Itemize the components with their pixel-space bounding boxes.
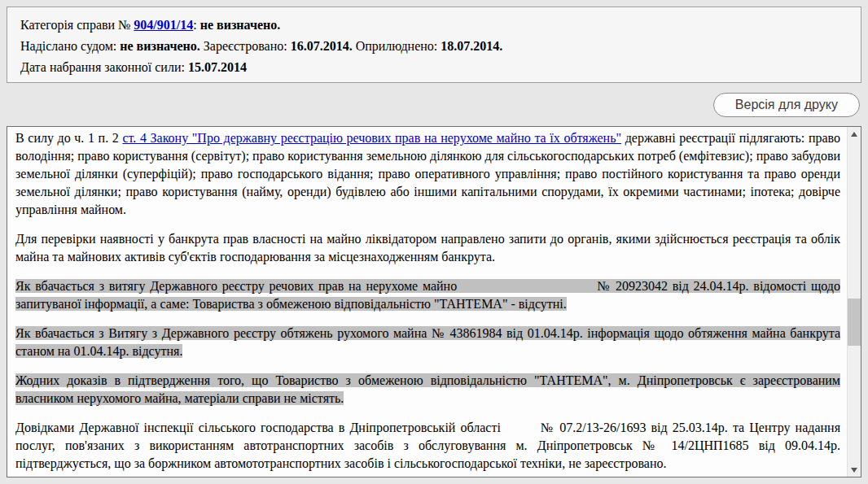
document-paragraph: Як вбачається з Витягу з Державного реєс… [15,325,840,360]
document-paragraph: Як вбачається з витягу Державного реєстр… [15,277,840,313]
paragraph-text: Для перевірки наявності у банкрута прав … [15,232,840,264]
scrollbar-track[interactable] [848,141,861,463]
scrollbar-thumb[interactable] [848,299,861,346]
text-segment: Як вбачається з Витягу з Державного реєс… [15,326,840,358]
document-paragraph: Довідками Державної інспекції сільського… [15,419,840,473]
case-header-box: Категорія справи № 904/901/14: не визнач… [7,7,861,83]
case-dates-line: Надіслано судом: не визначено. Зареєстро… [20,36,848,57]
text-segment: Надіслано судом: [20,39,120,53]
case-legal-force-line: Дата набрання законної сили: 15.07.2014 [20,57,848,78]
text-segment: 15.07.2014 [188,60,247,74]
text-segment: Довідками Державної інспекції сільського… [15,421,840,470]
text-segment: В силу до ч. 1 п. 2 [15,131,122,145]
statute-link[interactable]: ст. 4 Закону "Про державну реєстрацію ре… [122,131,621,145]
case-number-link[interactable]: 904/901/14 [134,18,193,32]
text-segment: 18.07.2014. [441,39,502,53]
text-segment: : [193,18,199,32]
document-paragraph: Жодних доказів в підтвердження того, що … [15,372,840,408]
text-segment: Для перевірки наявності у банкрута прав … [15,232,840,264]
print-version-button[interactable]: Версія для друку [713,93,860,117]
highlighted-text: Як вбачається з Витягу з Державного реєс… [15,326,840,358]
highlighted-text: Жодних доказів в підтвердження того, що … [15,373,840,405]
text-segment: не визначено. [120,39,200,53]
document-paragraph: В силу до ч. 1 п. 2 ст. 4 Закону "Про де… [15,129,840,219]
text-segment: Оприлюднено: [353,39,441,53]
paragraph-text: Довідками Державної інспекції сільського… [15,421,840,470]
document-body: В силу до ч. 1 п. 2 ст. 4 Закону "Про де… [7,127,847,477]
toolbar: Версія для друку [713,93,860,120]
text-segment: 16.07.2014. [291,39,353,53]
text-segment: не визначено. [200,18,281,32]
text-segment: Категорія справи № [20,18,134,32]
scroll-down-button[interactable] [848,463,861,477]
text-segment: Як вбачається з витягу Державного реєстр… [15,279,840,311]
triangle-down-icon [851,468,857,473]
text-segment: Дата набрання законної сили: [20,60,188,74]
vertical-scrollbar[interactable] [847,127,861,477]
case-category-line: Категорія справи № 904/901/14: не визнач… [20,15,848,36]
text-segment: Жодних доказів в підтвердження того, що … [15,373,840,405]
text-segment: Зареєстровано: [200,39,291,53]
triangle-up-icon [851,132,857,137]
document-paragraph: Для перевірки наявності у банкрута прав … [15,230,840,266]
document-viewer: В силу до ч. 1 п. 2 ст. 4 Закону "Про де… [7,126,861,477]
paragraph-text: В силу до ч. 1 п. 2 ст. 4 Закону "Про де… [15,131,840,216]
highlighted-text: Як вбачається з витягу Державного реєстр… [15,279,840,311]
scroll-up-button[interactable] [848,127,861,141]
